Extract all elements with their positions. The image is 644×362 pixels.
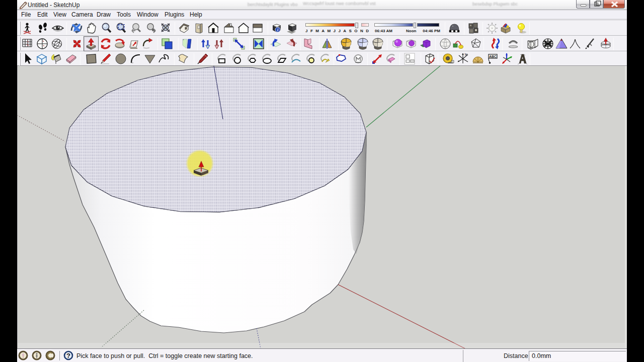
svg-text:?: ? — [66, 352, 70, 359]
svg-text:ABC: ABC — [489, 55, 497, 58]
